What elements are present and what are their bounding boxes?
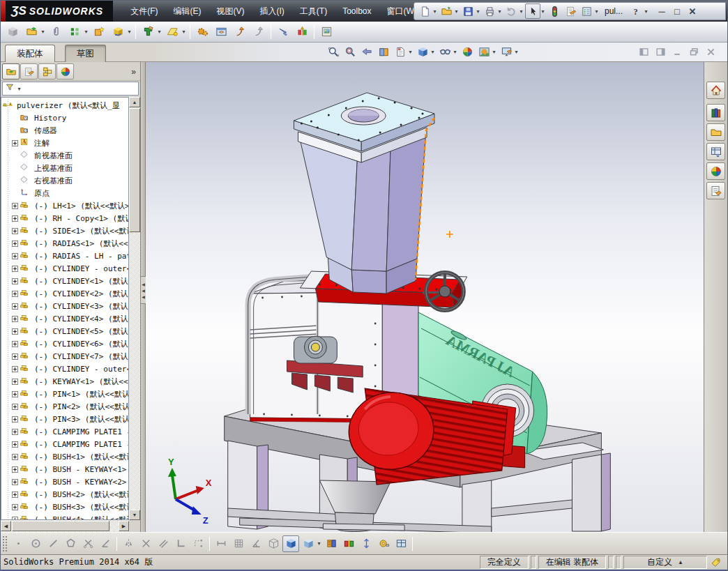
tree-horizontal-scrollbar[interactable]: ◀ ▶ bbox=[1, 520, 129, 532]
tree-item[interactable]: (-) KEYWAY<1> (默认<<默 bbox=[1, 375, 128, 388]
undo-button[interactable] bbox=[503, 3, 519, 19]
apply-scene-dropdown-arrow[interactable]: ▾ bbox=[491, 49, 497, 55]
expand-icon[interactable] bbox=[12, 466, 18, 473]
mirror-button[interactable] bbox=[120, 535, 137, 552]
open-document-button[interactable] bbox=[439, 3, 454, 19]
tree-item[interactable]: (-) PIN<1> (默认<<默认> bbox=[1, 388, 128, 400]
grid-button[interactable] bbox=[230, 535, 247, 552]
panel-splitter[interactable]: ◀◀◀ bbox=[141, 62, 146, 532]
expand-icon[interactable] bbox=[12, 404, 18, 410]
view-settings-button[interactable] bbox=[499, 44, 514, 59]
appearances-scenes-tab[interactable] bbox=[706, 162, 725, 180]
doc-minimize-button[interactable] bbox=[670, 45, 684, 58]
select-cursor-button[interactable] bbox=[525, 3, 540, 19]
graphics-viewport[interactable]: AJ PARMA bbox=[146, 62, 704, 532]
tab-sketch[interactable]: 草图 bbox=[65, 45, 106, 62]
dimxpert-manager-tab[interactable] bbox=[56, 63, 74, 79]
external-references-button[interactable] bbox=[274, 23, 292, 41]
tree-item[interactable]: (-) RADIAS - LH - patti bbox=[1, 250, 128, 262]
expand-icon[interactable] bbox=[12, 492, 18, 498]
tree-item[interactable]: (-) CLAMPIMG PLATE1 - 4 bbox=[1, 425, 128, 438]
insert-components-button[interactable] bbox=[22, 23, 40, 41]
tree-item[interactable]: (-) CYLINDEY<7> (默认<< bbox=[1, 350, 128, 363]
expand-icon[interactable] bbox=[12, 291, 18, 297]
circle-button[interactable] bbox=[27, 535, 44, 552]
tree-item[interactable]: (-) PIN<3> (默认<<默认> bbox=[1, 413, 128, 425]
featuremanager-tree-tab[interactable] bbox=[2, 63, 20, 79]
view-settings-dropdown-arrow[interactable]: ▾ bbox=[513, 49, 520, 55]
design-library-tab[interactable] bbox=[706, 104, 725, 121]
dimension-button[interactable] bbox=[213, 535, 229, 552]
configuration-manager-tab[interactable] bbox=[38, 63, 56, 79]
tree-vertical-scrollbar[interactable]: ▲ ▼ bbox=[129, 97, 140, 520]
expand-icon[interactable] bbox=[12, 228, 18, 234]
orientation-cube-button[interactable] bbox=[300, 535, 317, 552]
interference-detection-button[interactable] bbox=[293, 23, 311, 41]
print-dropdown-arrow[interactable]: ▾ bbox=[496, 8, 503, 15]
tree-item[interactable]: (-) CYLINDEY<1> (默认<< bbox=[1, 275, 128, 287]
panel-more-chevron[interactable]: » bbox=[131, 67, 139, 77]
zoom-to-fit-button[interactable] bbox=[326, 44, 341, 59]
expand-icon[interactable] bbox=[12, 140, 18, 146]
tree-item[interactable]: (-) CYLINDEY<3> (默认<< bbox=[1, 300, 128, 312]
pane-left-button[interactable] bbox=[637, 45, 651, 58]
home-tab[interactable] bbox=[706, 82, 725, 99]
tree-item[interactable]: History bbox=[1, 112, 128, 124]
dynamic-mirror-button[interactable] bbox=[137, 535, 154, 552]
expand-icon[interactable] bbox=[12, 328, 18, 335]
tree-item[interactable]: (-) BUSH<1> (默认<<默认 bbox=[1, 450, 128, 463]
options-button[interactable] bbox=[579, 3, 594, 19]
expand-icon[interactable] bbox=[12, 316, 18, 322]
reference-geometry-dropdown-arrow[interactable]: ▾ bbox=[181, 29, 187, 35]
linear-component-pattern-button[interactable] bbox=[66, 23, 84, 41]
property-manager-tab[interactable] bbox=[20, 63, 38, 79]
scroll-right-button[interactable]: ▶ bbox=[119, 521, 129, 531]
measure-button[interactable] bbox=[375, 535, 392, 552]
pane-right-button[interactable] bbox=[653, 45, 667, 58]
point-button[interactable] bbox=[10, 535, 26, 552]
scroll-thumb[interactable] bbox=[129, 108, 140, 232]
table-button[interactable] bbox=[393, 535, 409, 552]
tree-item[interactable]: (-) CLAMPIMG PLATE1 - 4 bbox=[1, 438, 128, 450]
select-cursor-dropdown-arrow[interactable]: ▾ bbox=[540, 8, 546, 15]
expand-icon[interactable] bbox=[12, 429, 18, 435]
move-component-dropdown-arrow[interactable]: ▾ bbox=[126, 29, 132, 35]
file-explorer-tab[interactable] bbox=[706, 123, 725, 141]
expand-icon[interactable] bbox=[12, 504, 18, 510]
rebuild-button[interactable] bbox=[547, 3, 562, 19]
tree-item[interactable]: 传感器 bbox=[1, 124, 128, 137]
doc-close-button[interactable] bbox=[704, 45, 718, 58]
tree-item[interactable]: (-) CYLINDEY<6> (默认<< bbox=[1, 337, 128, 350]
filter-dropdown-arrow[interactable]: ▾ bbox=[16, 86, 22, 92]
window-close-button[interactable]: ✕ bbox=[685, 4, 700, 18]
tree-item[interactable]: 上视基准面 bbox=[1, 162, 128, 174]
tree-item[interactable]: (-) RADIAS<1> (默认<<默 bbox=[1, 237, 128, 250]
construction-geometry-button[interactable] bbox=[190, 535, 206, 552]
expand-icon[interactable] bbox=[12, 341, 18, 347]
linear-component-pattern-dropdown-arrow[interactable]: ▾ bbox=[83, 29, 89, 35]
save-button[interactable] bbox=[460, 3, 476, 19]
new-document-dropdown-arrow[interactable]: ▾ bbox=[432, 8, 438, 15]
tree-root-item[interactable]: pulverizer (默认<默认_显 bbox=[1, 99, 128, 112]
expand-icon[interactable] bbox=[12, 353, 18, 360]
expand-icon[interactable] bbox=[12, 241, 18, 247]
custom-properties-tab[interactable] bbox=[706, 182, 725, 199]
tree-item[interactable]: (-) CYLINDEY - outer<1> bbox=[1, 262, 128, 275]
tree-item[interactable]: (-) LH<1> (默认<<默认>_ bbox=[1, 199, 128, 212]
texture-button[interactable] bbox=[323, 535, 340, 552]
component-preview-window-button[interactable] bbox=[212, 23, 230, 41]
polygon-button[interactable] bbox=[62, 535, 79, 552]
tree-item[interactable]: (-) BUSH - KEYWAY<2> (默 bbox=[1, 475, 128, 488]
menu-1[interactable]: 文件(F) bbox=[123, 1, 165, 22]
tree-item[interactable]: (-) CYLINDEY<2> (默认<< bbox=[1, 287, 128, 300]
zoom-to-area-button[interactable] bbox=[342, 44, 358, 59]
line-button[interactable] bbox=[45, 535, 61, 552]
file-properties-button[interactable] bbox=[563, 3, 578, 19]
tree-item[interactable]: 右视基准面 bbox=[1, 174, 128, 187]
expand-icon[interactable] bbox=[12, 278, 18, 284]
tree-item[interactable]: (-) CYLINDEY<4> (默认<< bbox=[1, 312, 128, 325]
expand-icon[interactable] bbox=[12, 203, 18, 209]
edit-appearance-button[interactable] bbox=[460, 44, 475, 59]
toolbar-drag-handle[interactable] bbox=[2, 535, 8, 552]
view-orientation-button[interactable] bbox=[393, 44, 408, 59]
